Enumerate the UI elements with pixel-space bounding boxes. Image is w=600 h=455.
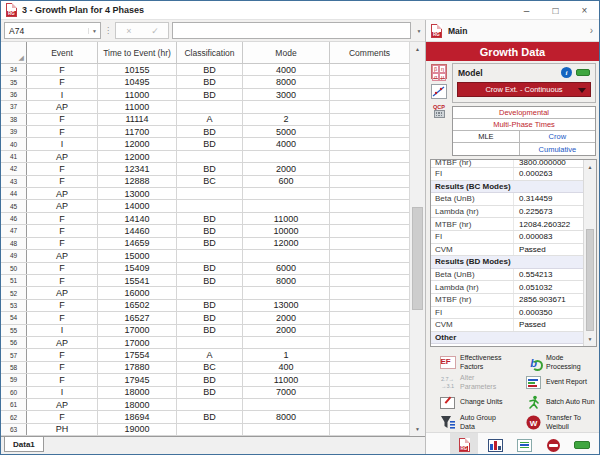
event-report-button[interactable]: Event Report	[525, 373, 599, 392]
grid-cell-classification[interactable]	[177, 287, 243, 298]
grid-cell-time[interactable]: 12341	[98, 163, 177, 174]
grid-cell-comments[interactable]	[330, 163, 409, 174]
table-row[interactable]: 63PH19000	[1, 424, 409, 436]
grid-cell-comments[interactable]	[330, 126, 409, 137]
grid-cell-comments[interactable]	[330, 387, 409, 398]
grid-cell-time[interactable]: 17945	[98, 374, 177, 385]
grid-cell-time[interactable]: 12888	[98, 176, 177, 187]
grid-cell-comments[interactable]	[330, 250, 409, 261]
grid-cell-time[interactable]: 17880	[98, 362, 177, 373]
table-row[interactable]: 40I12000BD4000	[1, 138, 409, 150]
row-number[interactable]: 42	[1, 163, 27, 174]
grid-cell-comments[interactable]	[330, 374, 409, 385]
grid-cell-mode[interactable]: 4000	[243, 64, 330, 75]
transfer-to-weibull-button[interactable]: WTransfer To Weibull	[525, 413, 599, 432]
setting-cumulative[interactable]: Cumulative	[520, 143, 595, 155]
grid-cell-mode[interactable]: 1	[243, 349, 330, 360]
grid-cell-comments[interactable]	[330, 325, 409, 336]
effectiveness-factors-button[interactable]: EFEffectiveness Factors	[439, 353, 525, 372]
row-number[interactable]: 62	[1, 411, 27, 422]
table-row[interactable]: 38F11114A2	[1, 114, 409, 126]
maximize-button[interactable]: □	[541, 1, 570, 19]
grid-cell-time[interactable]: 11700	[98, 126, 177, 137]
grid-cell-mode[interactable]: 5000	[243, 126, 330, 137]
grid-cell-classification[interactable]: BD	[177, 64, 243, 75]
grid-cell-comments[interactable]	[330, 151, 409, 162]
table-row[interactable]: 50F15409BD6000	[1, 263, 409, 275]
row-number[interactable]: 57	[1, 349, 27, 360]
grid-cell-classification[interactable]: BD	[177, 76, 243, 87]
row-number[interactable]: 52	[1, 287, 27, 298]
table-row[interactable]: 47F14460BD10000	[1, 225, 409, 237]
table-row[interactable]: 55I17000BD2000	[1, 325, 409, 337]
table-row[interactable]: 62F18694BD8000	[1, 411, 409, 423]
scroll-up-icon[interactable]: ▲	[588, 160, 593, 174]
grid-cell-comments[interactable]	[330, 101, 409, 112]
table-row[interactable]: 43F12888BC600	[1, 176, 409, 188]
grid-cell-event[interactable]: F	[27, 213, 98, 224]
table-row[interactable]: 44AP13000	[1, 188, 409, 200]
grid-cell-mode[interactable]: 8000	[243, 275, 330, 286]
grid-cell-event[interactable]: F	[27, 263, 98, 274]
table-row[interactable]: 41AP12000	[1, 151, 409, 163]
grid-cell-comments[interactable]	[330, 275, 409, 286]
grid-cell-comments[interactable]	[330, 263, 409, 274]
table-row[interactable]: 58F17880BC400	[1, 362, 409, 374]
scroll-up-icon[interactable]: ▲	[415, 42, 420, 56]
grid-cell-comments[interactable]	[330, 188, 409, 199]
setting-data-type[interactable]: Developmental	[453, 107, 595, 118]
results-scrollbar[interactable]: ▲ ▼	[583, 160, 596, 346]
row-number[interactable]: 35	[1, 76, 27, 87]
grid-cell-time[interactable]: 15409	[98, 263, 177, 274]
info-icon[interactable]: i	[561, 67, 572, 78]
grid-cell-event[interactable]: I	[27, 325, 98, 336]
grid-cell-comments[interactable]	[330, 300, 409, 311]
table-row[interactable]: 53F16502BD13000	[1, 300, 409, 312]
datasheet-tab-icon[interactable]	[450, 433, 478, 455]
grid-cell-time[interactable]: 15000	[98, 250, 177, 261]
reno-tab-icon[interactable]	[541, 433, 565, 455]
cell-reference-box[interactable]: A74 ▼	[4, 22, 101, 39]
grid-cell-event[interactable]: F	[27, 225, 98, 236]
grid-cell-classification[interactable]: A	[177, 349, 243, 360]
grid-cell-time[interactable]: 12000	[98, 151, 177, 162]
table-row[interactable]: 37AP11000	[1, 101, 409, 113]
table-row[interactable]: 59F17945BD11000	[1, 374, 409, 386]
grid-cell-mode[interactable]	[243, 399, 330, 410]
grid-cell-event[interactable]: F	[27, 238, 98, 249]
grid-cell-event[interactable]: AP	[27, 337, 98, 348]
grid-cell-time[interactable]: 16527	[98, 312, 177, 323]
model-dropdown[interactable]: Crow Ext. - Continuous	[457, 82, 591, 97]
table-row[interactable]: 48F14659BD12000	[1, 238, 409, 250]
grid-cell-time[interactable]: 14000	[98, 200, 177, 211]
row-number[interactable]: 51	[1, 275, 27, 286]
grid-cell-time[interactable]: 16000	[98, 287, 177, 298]
grid-cell-time[interactable]: 17554	[98, 349, 177, 360]
grid-cell-classification[interactable]: BD	[177, 300, 243, 311]
grid-cell-time[interactable]: 12000	[98, 138, 177, 149]
grid-cell-mode[interactable]: 13000	[243, 300, 330, 311]
grid-cell-mode[interactable]: 2000	[243, 163, 330, 174]
grid-cell-classification[interactable]: A	[177, 114, 243, 125]
grid-cell-time[interactable]: 17000	[98, 337, 177, 348]
grid-cell-event[interactable]: F	[27, 349, 98, 360]
grid-cell-comments[interactable]	[330, 64, 409, 75]
grid-cell-comments[interactable]	[330, 213, 409, 224]
row-number[interactable]: 47	[1, 225, 27, 236]
grid-cell-classification[interactable]: BD	[177, 126, 243, 137]
mode-processing-button[interactable]: bMode Processing	[525, 353, 599, 372]
grid-cell-classification[interactable]: BD	[177, 89, 243, 100]
grid-cell-classification[interactable]	[177, 151, 243, 162]
grid-cell-event[interactable]: F	[27, 300, 98, 311]
grid-cell-time[interactable]: 18000	[98, 399, 177, 410]
grid-cell-mode[interactable]: 11000	[243, 213, 330, 224]
row-number[interactable]: 46	[1, 213, 27, 224]
table-row[interactable]: 54F16527BD2000	[1, 312, 409, 324]
grid-cell-event[interactable]: AP	[27, 287, 98, 298]
report-tab-icon[interactable]	[512, 433, 536, 455]
grid-cell-mode[interactable]: 8000	[243, 411, 330, 422]
chevron-down-icon[interactable]: ▼	[88, 28, 100, 34]
grid-cell-time[interactable]: 11114	[98, 114, 177, 125]
setting-mle[interactable]: MLE	[453, 131, 520, 142]
grid-cell-classification[interactable]: BD	[177, 312, 243, 323]
